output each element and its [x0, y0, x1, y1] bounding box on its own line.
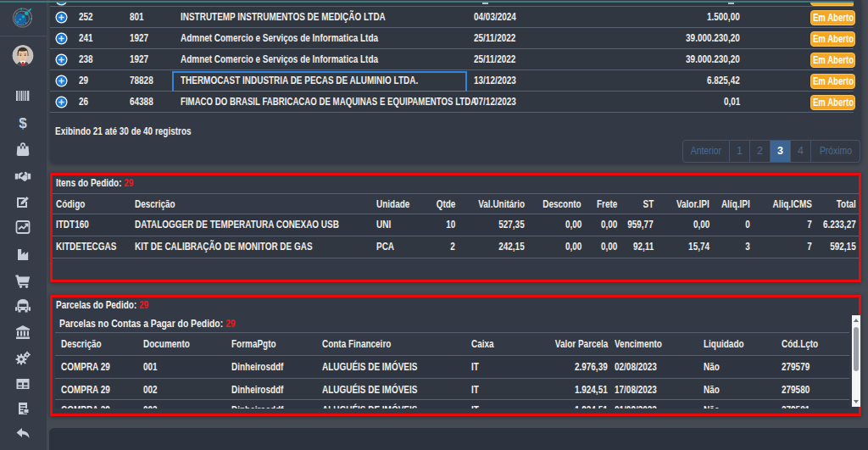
svg-text:$: $	[19, 115, 27, 131]
